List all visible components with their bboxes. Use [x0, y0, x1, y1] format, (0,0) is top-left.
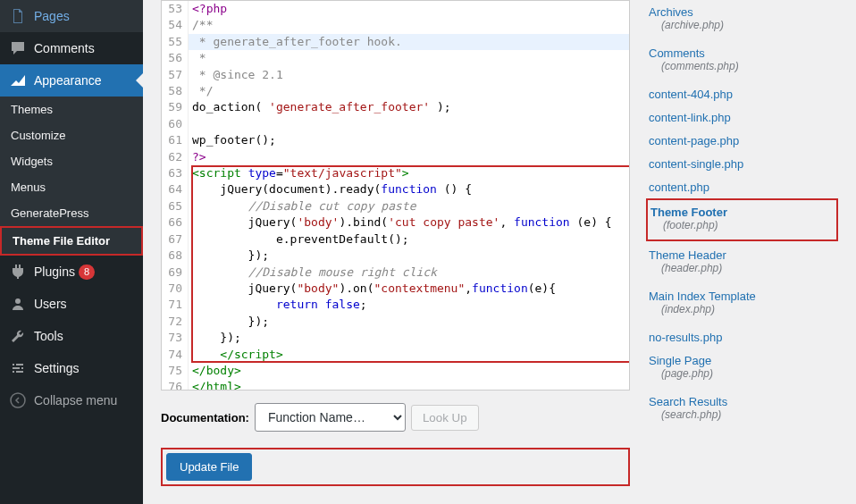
code-editor[interactable]: 53<?php54/**55 * generate_after_footer h… — [161, 0, 630, 391]
code-line[interactable]: 71 return false; — [162, 297, 629, 313]
file-item[interactable]: Single Page(page.php) — [646, 349, 838, 388]
code-content[interactable]: <?php — [189, 1, 629, 17]
menu-settings[interactable]: Settings — [0, 352, 143, 384]
code-line[interactable]: 66 jQuery('body').bind('cut copy paste',… — [162, 214, 629, 231]
code-content[interactable]: </script> — [189, 347, 629, 363]
code-content[interactable]: * generate_after_footer hook. — [189, 34, 629, 50]
file-link[interactable]: content-link.php — [649, 108, 835, 124]
code-content[interactable]: ?> — [189, 149, 629, 165]
code-content[interactable]: */ — [189, 83, 629, 99]
code-content[interactable]: return false; — [189, 297, 629, 313]
code-line[interactable]: 54/** — [162, 17, 629, 33]
file-link[interactable]: Search Results — [649, 392, 835, 408]
code-content[interactable]: </html> — [189, 379, 629, 391]
submenu-themes[interactable]: Themes — [0, 97, 143, 122]
editor-column: 53<?php54/**55 * generate_after_footer h… — [161, 0, 630, 486]
file-link[interactable]: content-single.php — [649, 155, 835, 171]
code-line[interactable]: 55 * generate_after_footer hook. — [162, 34, 629, 50]
submenu-theme-file-editor[interactable]: Theme File Editor — [0, 226, 143, 256]
submenu-widgets[interactable]: Widgets — [0, 148, 143, 174]
code-line[interactable]: 65 //Disable cut copy paste — [162, 198, 629, 214]
file-item[interactable]: content-single.php — [646, 152, 838, 173]
file-link[interactable]: Main Index Template — [649, 287, 835, 303]
file-link[interactable]: content.php — [649, 178, 835, 194]
update-file-button[interactable]: Update File — [166, 453, 252, 481]
code-line[interactable]: 67 e.preventDefault(); — [162, 231, 629, 248]
menu-tools[interactable]: Tools — [0, 320, 143, 352]
file-link[interactable]: Single Page — [649, 351, 835, 367]
menu-users[interactable]: Users — [0, 288, 143, 320]
lookup-button[interactable]: Look Up — [411, 405, 479, 431]
file-item[interactable]: content-page.php — [646, 129, 838, 150]
file-item[interactable]: Search Results(search.php) — [646, 390, 838, 429]
code-content[interactable]: }); — [189, 314, 629, 330]
code-line[interactable]: 74 </script> — [162, 347, 629, 363]
file-link[interactable]: no-results.php — [649, 328, 835, 344]
code-line[interactable]: 61wp_footer(); — [162, 132, 629, 148]
code-line[interactable]: 56 * — [162, 50, 629, 66]
users-icon — [9, 295, 27, 313]
file-link[interactable]: content-page.php — [649, 131, 835, 147]
code-content[interactable]: wp_footer(); — [189, 132, 629, 148]
code-content[interactable]: //Disable cut copy paste — [189, 198, 629, 214]
code-content[interactable]: }); — [189, 248, 629, 264]
file-item[interactable]: Archives(archive.php) — [646, 0, 838, 39]
code-line[interactable]: 63<script type="text/javascript"> — [162, 165, 629, 181]
code-content[interactable]: <script type="text/javascript"> — [189, 165, 629, 181]
file-item[interactable]: Theme Footer(footer.php) — [646, 198, 838, 241]
code-line[interactable]: 57 * @since 2.1 — [162, 67, 629, 83]
menu-label: Pages — [34, 9, 70, 23]
code-content[interactable]: * — [189, 50, 629, 66]
menu-label: Comments — [34, 41, 95, 55]
submenu-customize[interactable]: Customize — [0, 122, 143, 148]
code-content[interactable]: jQuery("body").on("contextmenu",function… — [189, 281, 629, 297]
menu-pages[interactable]: Pages — [0, 0, 143, 32]
code-content[interactable]: do_action( 'generate_after_footer' ); — [189, 99, 629, 115]
file-link[interactable]: Archives — [649, 3, 835, 19]
code-line[interactable]: 72 }); — [162, 314, 629, 330]
file-link[interactable]: Theme Footer — [650, 203, 834, 219]
code-line[interactable]: 53<?php — [162, 1, 629, 17]
code-line[interactable]: 62?> — [162, 149, 629, 165]
menu-appearance[interactable]: Appearance — [0, 64, 143, 97]
code-content[interactable]: /** — [189, 17, 629, 33]
code-content[interactable]: jQuery(document).ready(function () { — [189, 181, 629, 197]
code-line[interactable]: 58 */ — [162, 83, 629, 99]
code-content[interactable]: }); — [189, 330, 629, 346]
code-line[interactable]: 68 }); — [162, 248, 629, 264]
code-line[interactable]: 60 — [162, 116, 629, 132]
code-content[interactable]: </body> — [189, 363, 629, 379]
submenu-menus[interactable]: Menus — [0, 174, 143, 200]
file-item[interactable]: Theme Header(header.php) — [646, 243, 838, 282]
file-link[interactable]: Theme Header — [649, 246, 835, 262]
line-number: 60 — [162, 116, 189, 132]
menu-collapse[interactable]: Collapse menu — [0, 384, 143, 416]
menu-plugins[interactable]: Plugins 8 — [0, 256, 143, 288]
code-content[interactable]: * @since 2.1 — [189, 67, 629, 83]
code-content[interactable]: //Disable mouse right click — [189, 265, 629, 281]
function-name-select[interactable]: Function Name… — [255, 403, 406, 432]
code-line[interactable]: 76</html> — [162, 379, 629, 391]
file-link[interactable]: Comments — [649, 44, 835, 60]
file-item[interactable]: content.php — [646, 175, 838, 197]
file-item[interactable]: Main Index Template(index.php) — [646, 284, 838, 323]
line-number: 64 — [162, 181, 189, 197]
code-content[interactable]: jQuery('body').bind('cut copy paste', fu… — [189, 214, 629, 231]
code-content[interactable]: e.preventDefault(); — [189, 231, 629, 248]
code-line[interactable]: 70 jQuery("body").on("contextmenu",funct… — [162, 281, 629, 297]
file-item[interactable]: content-404.php — [646, 82, 838, 104]
code-line[interactable]: 75</body> — [162, 363, 629, 379]
file-item[interactable]: Comments(comments.php) — [646, 41, 838, 80]
code-line[interactable]: 64 jQuery(document).ready(function () { — [162, 181, 629, 197]
file-item[interactable]: no-results.php — [646, 325, 838, 347]
code-line[interactable]: 69 //Disable mouse right click — [162, 265, 629, 281]
code-line[interactable]: 73 }); — [162, 330, 629, 346]
menu-comments[interactable]: Comments — [0, 32, 143, 64]
code-line[interactable]: 59do_action( 'generate_after_footer' ); — [162, 99, 629, 115]
line-number: 55 — [162, 34, 189, 50]
line-number: 73 — [162, 330, 189, 346]
file-link[interactable]: content-404.php — [649, 85, 835, 101]
submenu-generatepress[interactable]: GeneratePress — [0, 200, 143, 226]
file-item[interactable]: content-link.php — [646, 105, 838, 127]
code-content[interactable] — [189, 116, 629, 132]
